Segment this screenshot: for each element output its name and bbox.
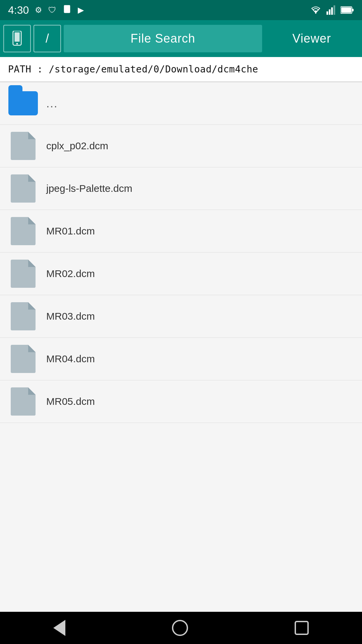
nav-bar xyxy=(0,612,362,644)
svg-rect-2 xyxy=(326,11,328,15)
svg-rect-5 xyxy=(334,5,335,15)
file-icon xyxy=(8,386,38,417)
play-icon: ▶ xyxy=(78,5,84,15)
svg-point-1 xyxy=(315,12,316,14)
signal-icon xyxy=(326,5,336,15)
svg-rect-0 xyxy=(64,5,70,13)
file-icon xyxy=(8,259,38,289)
path-text: PATH : /storage/emulated/0/Download/dcm4… xyxy=(8,64,258,75)
list-item[interactable]: ... xyxy=(0,82,362,125)
path-bar: PATH : /storage/emulated/0/Download/dcm4… xyxy=(0,57,362,82)
file-name: cplx_p02.dcm xyxy=(46,140,108,152)
file-name: MR03.dcm xyxy=(46,311,95,322)
battery-icon xyxy=(341,6,354,14)
list-item[interactable]: jpeg-ls-Palette.dcm xyxy=(0,167,362,210)
list-item[interactable]: MR01.dcm xyxy=(0,210,362,253)
svg-rect-4 xyxy=(331,7,333,15)
file-name: MR05.dcm xyxy=(46,396,95,407)
svg-point-11 xyxy=(16,43,18,45)
file-name: MR02.dcm xyxy=(46,268,95,279)
sd-card-icon xyxy=(62,4,72,16)
list-item[interactable]: MR04.dcm xyxy=(0,338,362,380)
folder-name: ... xyxy=(46,97,58,110)
folder-icon xyxy=(8,88,38,118)
list-item[interactable]: MR03.dcm xyxy=(0,295,362,338)
back-icon xyxy=(53,620,65,636)
slash-button[interactable]: / xyxy=(34,25,61,52)
list-item[interactable]: MR02.dcm xyxy=(0,253,362,295)
recents-icon xyxy=(295,621,309,635)
file-icon xyxy=(8,173,38,204)
svg-rect-8 xyxy=(352,9,354,11)
home-button[interactable] xyxy=(162,614,198,641)
file-list: ...cplx_p02.dcmjpeg-ls-Palette.dcmMR01.d… xyxy=(0,82,362,612)
phone-icon xyxy=(9,31,25,46)
toolbar: / File Search Viewer xyxy=(0,20,362,57)
svg-rect-3 xyxy=(329,9,330,15)
file-name: MR01.dcm xyxy=(46,225,95,237)
file-icon xyxy=(8,344,38,374)
status-time: 4:30 xyxy=(8,4,29,16)
recents-button[interactable] xyxy=(285,615,319,640)
phone-button[interactable] xyxy=(3,25,31,52)
file-name: MR04.dcm xyxy=(46,353,95,365)
file-name: jpeg-ls-Palette.dcm xyxy=(46,183,132,194)
viewer-button[interactable]: Viewer xyxy=(265,25,359,52)
home-icon xyxy=(172,620,188,636)
file-icon xyxy=(8,301,38,331)
file-icon xyxy=(8,216,38,246)
shield-icon: 🛡 xyxy=(48,5,56,15)
wifi-icon xyxy=(310,5,322,15)
settings-icon: ⚙ xyxy=(35,5,42,15)
list-item[interactable]: cplx_p02.dcm xyxy=(0,125,362,167)
svg-rect-10 xyxy=(14,33,19,42)
status-bar: 4:30 ⚙ 🛡 ▶ xyxy=(0,0,362,20)
status-right xyxy=(310,5,354,15)
list-item[interactable]: MR05.dcm xyxy=(0,380,362,423)
status-left: 4:30 ⚙ 🛡 ▶ xyxy=(8,4,84,16)
back-button[interactable] xyxy=(43,614,75,641)
file-search-button[interactable]: File Search xyxy=(64,25,262,52)
svg-rect-7 xyxy=(341,7,351,13)
file-icon xyxy=(8,131,38,161)
